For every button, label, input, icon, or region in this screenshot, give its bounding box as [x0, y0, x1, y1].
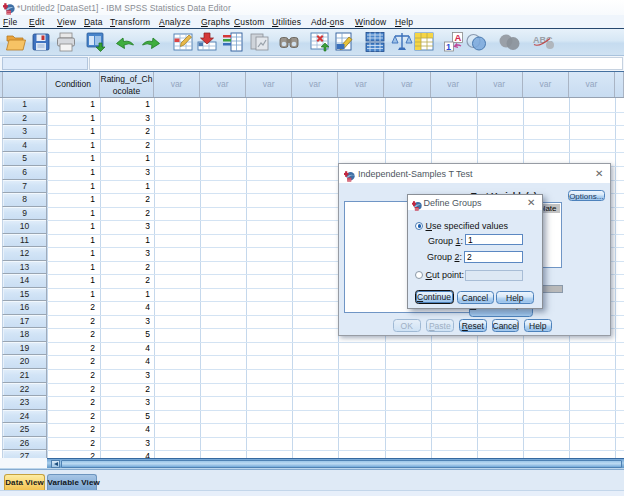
svg-text:A: A — [455, 32, 462, 43]
svg-text:1: 1 — [446, 42, 451, 52]
